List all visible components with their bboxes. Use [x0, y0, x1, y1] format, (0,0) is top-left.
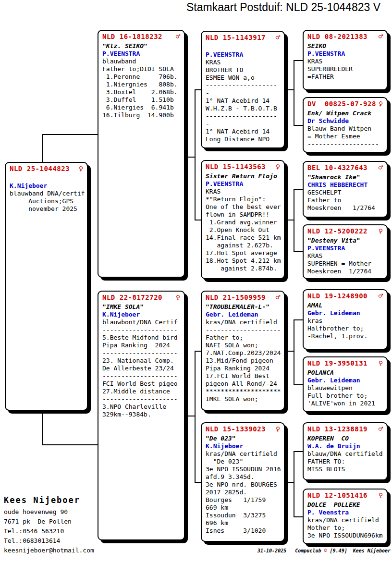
connector-line — [294, 384, 303, 385]
male-icon: ♂ — [275, 33, 281, 41]
box-body: AMALGebr. LeidemankrasHalfbrother to;-Ra… — [307, 302, 383, 340]
box-text-line: kras — [307, 317, 383, 325]
box-text-line: Halfbrother to; — [307, 325, 383, 332]
box-text-line: 'ALIVE'won in 2021 — [307, 400, 383, 407]
box-text-line: MISS BLOIS — [307, 465, 383, 473]
connector-line — [195, 351, 196, 483]
box-body: "Desteny Vita"P.VEENSTRAKRASSUPERHEN = M… — [307, 237, 383, 275]
box-text-line: KRAS — [307, 252, 383, 260]
footer: 31-10-2025 Compuclub © [9.49] Kees Nijeb… — [257, 548, 391, 553]
box-text-line: P.VEENSTRA — [307, 245, 383, 252]
box-text-line: DOLCE POLLEKE — [307, 501, 383, 509]
box-text-line: 3e NPO ISSOUDUN 2016 — [206, 465, 280, 473]
box-text-line: Auctions;GPS — [10, 197, 83, 205]
box-text-line: FCI World Best pigeo — [102, 380, 180, 388]
box-text-line: 17.Hot Spot average — [206, 249, 280, 257]
box-text-line: =FATHER — [307, 73, 383, 81]
box-text-line: GESCHELPT — [307, 189, 383, 196]
box-text-line: 2.Open Knock Out — [206, 226, 280, 234]
contact-line: oude hoevenweg 90 — [4, 507, 94, 517]
box-text-line: blauwbont/DNA Certif — [102, 318, 180, 326]
box-text-line: 18.Hot Spot 4.212 km — [206, 257, 280, 265]
connector-line — [185, 416, 196, 416]
male-icon: ♂ — [275, 293, 281, 301]
contact-line: Tel.:0546 563210 — [4, 526, 94, 536]
box-text-line — [206, 43, 280, 51]
box-text-line: ------------------- — [307, 140, 383, 148]
box-text-line: "De 023" — [206, 435, 280, 442]
box-text-line: Isnes 3/1020 — [206, 527, 280, 535]
box-text-line: 5.Beste Midfond bird — [102, 334, 180, 342]
box-text-line: -------------------- — [102, 349, 180, 357]
box-text-line: K.Nijeboer — [206, 442, 280, 450]
box-body: "IMKE SOLA"K.Nijeboerblauwbont/DNA Certi… — [102, 303, 180, 418]
box-text-line: ESMEE WON a,o — [206, 74, 280, 82]
box-text-line: -------------------- — [102, 395, 180, 403]
contact-line: 7671 pk De Pollen — [4, 517, 94, 526]
box-text-line: - — [206, 120, 280, 128]
ring-number: NLD 13-1238819 — [307, 425, 368, 433]
male-icon: ♂ — [378, 32, 383, 40]
ring-number: NLD 21-1509959 — [206, 294, 266, 301]
box-text-line: P.VEENSTRA — [206, 51, 280, 59]
box-text-line: "TROUBLEMALER-L-" — [206, 303, 280, 311]
box-body: K.Nijeboerblauwband DNA/certif Auctions;… — [10, 174, 83, 213]
box-text-line: Father to; — [206, 334, 280, 342]
box-text-line: *"Return Flojo": — [206, 196, 280, 203]
box-body: "De 023"K.Nijeboerkras/DNA certifield "D… — [206, 435, 280, 535]
contact-line: Tel.:0683013614 — [4, 536, 94, 546]
box-text-line: KOPEREN CO — [307, 435, 383, 442]
box-text-line: -------------------- — [206, 326, 280, 334]
connector-line — [195, 89, 196, 220]
box-text-line: 16.Tilburg 14.900b — [102, 111, 180, 119]
box-body: P.VEENSTRAKRASBROTHER TOESMEE WON a,o---… — [206, 43, 280, 143]
box-text-line: kras/DNA certifield — [206, 318, 280, 326]
female-icon: ♀ — [275, 425, 281, 433]
box-text-line: - — [206, 89, 280, 97]
box-text-line: Full brother to; — [307, 392, 383, 400]
box-text-line: P.VEENSTRA — [102, 50, 180, 58]
box-text-line: Sister Return Flojo — [206, 172, 280, 180]
ring-number: BEL 10-4327643 — [307, 164, 368, 171]
ring-number: NLD 16-1818232 — [102, 33, 162, 40]
box-text-line: kras/DNA certifield — [307, 516, 383, 524]
box-text-line: 1.Peronne 706b. — [102, 73, 180, 81]
box-text-line: 3e NPO nrd. BOURGES — [206, 481, 280, 489]
box-text-line: Long Distance NPO — [206, 135, 280, 143]
footer-date: 31-10-2025 — [257, 548, 286, 553]
box-text-line: 3.NPO Charleville — [102, 403, 180, 411]
connector-line — [42, 134, 43, 162]
connector-line — [285, 220, 294, 220]
box-text-line: Gebr. Leideman — [206, 311, 280, 318]
box-text-line: blauwband DNA/certif — [10, 190, 83, 197]
box-text-line: Moeskroen 1/2764 — [307, 204, 383, 212]
pedigree-box-maternal-grandmother: NLD 15-1339023♀ "De 023"K.Nijeboerkras/D… — [201, 422, 285, 542]
pedigree-box-mother: NLD 22-8172720♀ "IMKE SOLA"K.Nijeboerbla… — [98, 291, 185, 540]
connector-line — [294, 125, 303, 126]
box-text-line: Issoudun 3/3275 — [206, 512, 280, 519]
box-text-line: Mother to; — [307, 524, 383, 532]
box-text-line: Moeskroen 1/2764 — [307, 268, 383, 275]
box-text-line: 7.NAT.Comp.2023/2024 — [206, 349, 280, 357]
connector-line — [285, 482, 294, 483]
box-text-line: 669 km — [206, 504, 280, 512]
female-icon: ♀ — [378, 491, 383, 499]
box-text-line: -------------------- — [102, 372, 180, 380]
ring-number: NLD 19-1248900 — [307, 292, 368, 300]
pedigree-box-paternal-grandmother: NLD 15-1143563♀ Sister Return FlojoP.VEE… — [201, 160, 285, 279]
box-text-line: ******************** — [206, 388, 280, 395]
connector-line — [42, 444, 98, 445]
box-body: KOPEREN COW.A. de Bruijnblauw/DNA certif… — [307, 435, 383, 473]
box-text-line: De Allerbeste 23/24 — [102, 365, 180, 372]
box-text-line: 3.Boxtel 2.068b. — [102, 88, 180, 96]
box-text-line: Pipa Ranking 2024 — [102, 342, 180, 349]
pedigree-box-great-grandparent-7: NLD 13-1238819♂ KOPEREN COW.A. de Bruijn… — [303, 422, 388, 480]
ring-number: NLD 15-1339023 — [206, 425, 266, 433]
pedigree-box-paternal-grandfather: NLD 15-1143917♂ P.VEENSTRAKRASBROTHER TO… — [201, 31, 285, 148]
box-text-line: SUPERBREEDER — [307, 65, 383, 73]
box-text-line: "IMKE SOLA" — [102, 303, 180, 311]
male-icon: ♂ — [175, 32, 181, 40]
male-icon: ♂ — [378, 425, 383, 433]
female-icon: ♀ — [175, 293, 181, 301]
connector-line — [294, 319, 294, 385]
